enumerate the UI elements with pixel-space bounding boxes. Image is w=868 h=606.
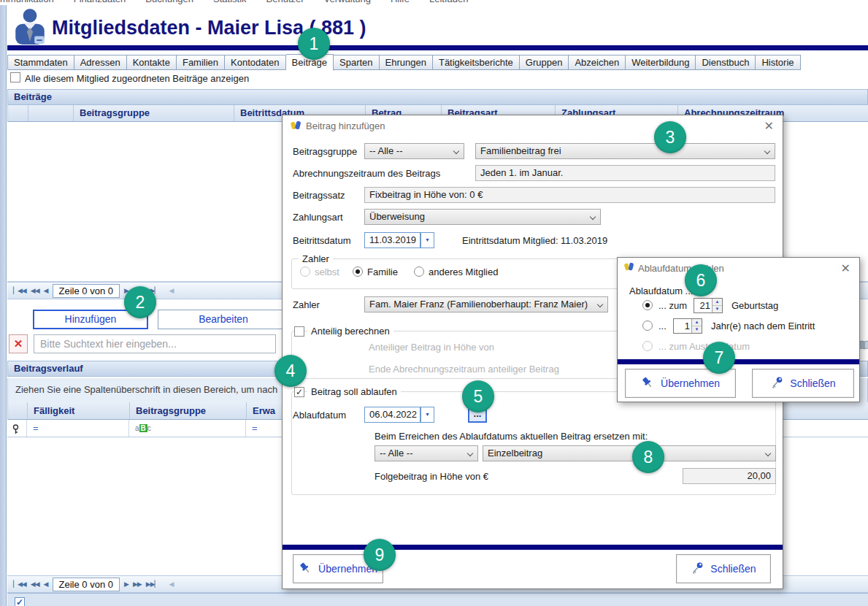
menu-item[interactable]: Verwaltung: [324, 0, 371, 4]
ablaufdatum-dropdown-button[interactable]: ▼: [420, 407, 434, 423]
tab-historie[interactable]: Historie: [756, 55, 800, 70]
column-beitragsgruppe[interactable]: Beitragsgruppe: [130, 402, 247, 419]
beitrittsdatum-label: Beitrittsdatum: [293, 235, 350, 246]
folgebeitrag-label: Folgebeitrag in Höhe von €: [375, 471, 488, 482]
radio-anderes-mitglied-label: anderes Mitglied: [429, 266, 498, 277]
menu-item[interactable]: mmunikation: [0, 0, 54, 4]
replace-contribution-select[interactable]: Einzelbeitrag: [483, 445, 776, 461]
spin-down-icon[interactable]: ▼: [692, 326, 702, 333]
bottom-bar: [7, 593, 868, 606]
anteilig-row2-label: Ende Abrechnungszeitraum anteiliger Beit…: [369, 364, 559, 375]
filter-cell-faelligkeit[interactable]: =: [27, 420, 129, 437]
ablaufdatum-input[interactable]: 06.04.2022: [364, 407, 420, 423]
menu-item[interactable]: Leitfaden: [429, 0, 469, 4]
annotation-badge-9: 9: [364, 539, 396, 571]
pager-last-button[interactable]: ▶▶▏: [146, 580, 159, 588]
zahlungsart-select[interactable]: Überweisung: [364, 209, 601, 225]
radio-selbst[interactable]: [300, 266, 310, 277]
eintrittsdatum-note: Eintrittsdatum Mitglied: 11.03.2019: [462, 235, 607, 246]
clear-search-button[interactable]: ✕: [9, 334, 28, 353]
spin-up-icon[interactable]: ▲: [692, 319, 702, 326]
pager-position-text: Zeile 0 von 0: [53, 284, 120, 298]
tab-familien[interactable]: Familien: [177, 55, 225, 70]
tab-taetigkeitsberichte[interactable]: Tätigkeitsberichte: [433, 55, 520, 70]
edit-button[interactable]: Bearbeiten: [158, 310, 289, 329]
tab-stammdaten[interactable]: Stammdaten: [7, 55, 74, 70]
annotation-badge-3: 3: [654, 121, 686, 153]
anteilig-row1-label: Anteiliger Beitrag in Höhe von: [369, 342, 494, 353]
key-icon: [691, 561, 704, 577]
show-all-label: Alle diesem Mitglied zugeordneten Beiträ…: [25, 73, 249, 84]
menu-item[interactable]: Buchungen: [145, 0, 193, 4]
tab-kontakte[interactable]: Kontakte: [127, 55, 177, 70]
radio-birthday[interactable]: [642, 300, 653, 310]
tab-weiterbildung[interactable]: Weiterbildung: [626, 55, 696, 70]
radio-familie-label: Familie: [367, 266, 398, 277]
tab-kontodaten[interactable]: Kontodaten: [225, 55, 286, 70]
zahler-group-legend: Zahler: [299, 253, 333, 264]
pager-first-button[interactable]: ▏◀◀: [13, 287, 26, 294]
column-beitragsgruppe[interactable]: Beitragsgruppe: [74, 105, 234, 121]
column-indicator: [8, 402, 28, 419]
beitrittsdatum-dropdown-button[interactable]: ▼: [420, 232, 434, 248]
abrechnung-field: Jeden 1. im Januar.: [475, 165, 775, 181]
radio-exit-date[interactable]: [642, 341, 653, 351]
pager-prev-page-button[interactable]: ◀◀: [31, 287, 39, 294]
filter-cell-beitragsgruppe[interactable]: aBc: [129, 420, 246, 437]
ablauf-checkbox[interactable]: [294, 387, 304, 397]
zahler-label: Zahler: [293, 299, 320, 310]
tab-adressen[interactable]: Adressen: [74, 55, 127, 70]
folgebeitrag-field: 20,00: [683, 468, 776, 484]
tab-dienstbuch[interactable]: Dienstbuch: [696, 55, 756, 70]
close-button[interactable]: Schließen: [676, 554, 771, 583]
annotation-badge-2: 2: [124, 286, 156, 318]
pager-first-button[interactable]: ▏◀◀: [13, 580, 26, 588]
menu-item[interactable]: Hilfe: [391, 0, 410, 4]
close-icon[interactable]: ✕: [764, 119, 774, 133]
pager-extra-icon: ◀: [169, 580, 174, 588]
years-spinner[interactable]: 1 ▲▼: [673, 318, 702, 334]
replace-filter-select[interactable]: -- Alle --: [375, 445, 478, 461]
pager-next-button[interactable]: ▶: [124, 580, 128, 588]
birthday-age-spinner[interactable]: 21 ▲▼: [694, 298, 723, 313]
abrechnung-label: Abrechnungszeitraum des Beitrags: [293, 168, 440, 179]
close-icon[interactable]: ✕: [841, 261, 850, 275]
anteilig-checkbox[interactable]: [294, 326, 304, 337]
menu-item[interactable]: Statistik: [213, 0, 247, 4]
dialog-icon: [290, 120, 302, 134]
column-blank[interactable]: [28, 105, 74, 121]
beitrittsdatum-input[interactable]: 11.03.2019: [364, 232, 420, 248]
show-all-checkbox[interactable]: [10, 72, 20, 83]
pager-prev-page-button[interactable]: ◀◀: [31, 580, 39, 588]
tab-sparten[interactable]: Sparten: [334, 55, 380, 70]
menubar: mmunikation Finanzdaten Buchungen Statis…: [0, 0, 868, 5]
beitragsgruppe-select[interactable]: Familienbeitrag frei: [475, 143, 775, 159]
beitragsgruppe-filter-select[interactable]: -- Alle --: [364, 143, 464, 159]
search-input[interactable]: [34, 334, 276, 353]
tab-gruppen[interactable]: Gruppen: [520, 55, 569, 70]
radio-years-after-entry[interactable]: [642, 321, 653, 331]
close-button[interactable]: Schließen: [752, 369, 854, 398]
chevron-down-icon: [453, 148, 459, 154]
pushpin-icon: [641, 376, 654, 391]
spin-down-icon[interactable]: ▼: [713, 306, 722, 312]
column-faelligkeit[interactable]: Fälligkeit: [28, 402, 130, 419]
tab-abzeichen[interactable]: Abzeichen: [569, 55, 626, 70]
pager-prev-button[interactable]: ◀: [44, 580, 48, 588]
annotation-badge-1: 1: [298, 28, 330, 60]
annotation-badge-6: 6: [685, 264, 717, 296]
clear-icon: ✕: [14, 337, 23, 350]
spin-up-icon[interactable]: ▲: [713, 299, 722, 306]
menu-item[interactable]: Benutzer: [266, 0, 304, 4]
annotation-badge-8: 8: [632, 441, 664, 473]
zahler-select[interactable]: Fam. Maier Franz (Familienoberhaupt: Fra…: [364, 296, 608, 312]
ablauf-group-legend: Beitrag soll ablaufen: [307, 386, 401, 397]
dialog-footer-divider: [618, 359, 859, 364]
pager-prev-button[interactable]: ◀: [44, 287, 48, 294]
bottom-checkbox[interactable]: [15, 597, 25, 606]
menu-item[interactable]: Finanzdaten: [74, 0, 126, 4]
radio-anderes-mitglied[interactable]: [414, 266, 424, 277]
tab-ehrungen[interactable]: Ehrungen: [380, 55, 433, 70]
radio-familie[interactable]: [353, 266, 363, 277]
pager-next-page-button[interactable]: ▶▶: [133, 580, 142, 588]
